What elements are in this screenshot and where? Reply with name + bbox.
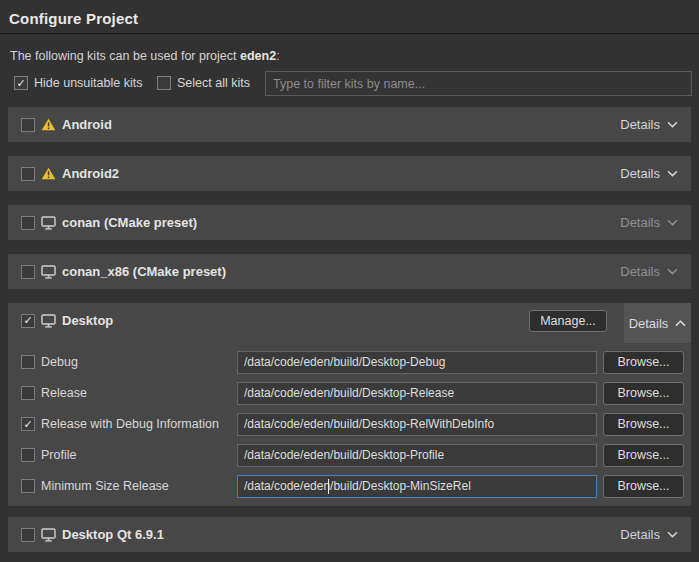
check-icon: ✓ — [23, 315, 32, 326]
kit-row-android[interactable]: ✓ Android Details — [8, 107, 691, 142]
details-button-disabled: Details — [620, 215, 678, 230]
config-checkbox[interactable]: ✓ — [21, 355, 35, 369]
page-title: Configure Project — [9, 10, 138, 27]
details-label: Details — [620, 527, 660, 542]
intro-text: The following kits can be used for proje… — [10, 49, 280, 63]
kit-row-desktop-qt[interactable]: ✓ Desktop Qt 6.9.1 Details — [8, 517, 691, 552]
intro-suffix: : — [276, 49, 279, 63]
config-row-profile: ✓ Profile Browse... — [8, 443, 691, 467]
chevron-down-icon — [667, 531, 678, 538]
details-label: Details — [620, 264, 660, 279]
browse-button[interactable]: Browse... — [603, 475, 684, 498]
kit-name: conan (CMake preset) — [62, 215, 197, 230]
monitor-icon — [41, 314, 56, 328]
kit-name: Desktop Qt 6.9.1 — [62, 527, 164, 542]
config-path-input[interactable] — [237, 444, 597, 467]
monitor-icon — [41, 528, 56, 542]
config-path-wrap — [237, 382, 597, 405]
kit-filter-input[interactable] — [265, 71, 692, 96]
warning-icon — [41, 118, 56, 131]
kit-panel-desktop: ✓ Desktop Manage... Details ✓ Debug Brow… — [8, 303, 691, 506]
config-path-input[interactable] — [237, 413, 597, 436]
select-all-kits-checkbox-group[interactable]: ✓ Select all kits — [157, 76, 250, 90]
details-button-expanded[interactable]: Details — [624, 303, 691, 343]
config-label: Minimum Size Release — [41, 479, 237, 493]
config-row-release: ✓ Release Browse... — [8, 381, 691, 405]
project-name: eden2 — [240, 49, 276, 63]
hide-unsuitable-kits-checkbox-group[interactable]: ✓ Hide unsuitable kits — [14, 76, 142, 90]
browse-button[interactable]: Browse... — [603, 351, 684, 374]
title-separator — [0, 33, 699, 34]
configure-project-page: { "page": { "title": "Configure Project"… — [0, 0, 699, 562]
browse-button[interactable]: Browse... — [603, 444, 684, 467]
monitor-icon — [41, 216, 56, 230]
browse-button[interactable]: Browse... — [603, 413, 684, 436]
check-icon: ✓ — [23, 419, 32, 430]
config-path-wrap — [237, 413, 597, 436]
kit-row-android2[interactable]: ✓ Android2 Details — [8, 156, 691, 191]
config-checkbox[interactable]: ✓ — [21, 448, 35, 462]
kit-checkbox[interactable]: ✓ — [21, 265, 35, 279]
kit-row-conan-x86[interactable]: ✓ conan_x86 (CMake preset) Details — [8, 254, 691, 289]
details-button[interactable]: Details — [620, 527, 678, 542]
kit-name: Android — [62, 117, 112, 132]
select-all-kits-label: Select all kits — [177, 76, 250, 90]
select-all-kits-checkbox[interactable]: ✓ — [157, 76, 171, 90]
kit-checkbox[interactable]: ✓ — [21, 528, 35, 542]
check-icon: ✓ — [16, 78, 25, 89]
config-label: Debug — [41, 355, 237, 369]
manage-kits-button[interactable]: Manage... — [529, 310, 607, 332]
kit-name: Android2 — [62, 166, 119, 181]
monitor-icon — [41, 265, 56, 279]
warning-icon — [41, 167, 56, 180]
config-row-minsizerel: ✓ Minimum Size Release Browse... — [8, 474, 691, 498]
chevron-down-icon — [667, 219, 678, 226]
config-checkbox[interactable]: ✓ — [21, 479, 35, 493]
config-label: Release — [41, 386, 237, 400]
details-button[interactable]: Details — [620, 166, 678, 181]
details-button[interactable]: Details — [620, 117, 678, 132]
config-path-input[interactable] — [237, 351, 597, 374]
hide-unsuitable-kits-label: Hide unsuitable kits — [34, 76, 142, 90]
config-checkbox[interactable]: ✓ — [21, 386, 35, 400]
chevron-down-icon — [667, 268, 678, 275]
text-caret — [328, 479, 329, 494]
kit-row-conan[interactable]: ✓ conan (CMake preset) Details — [8, 205, 691, 240]
kit-checkbox[interactable]: ✓ — [21, 314, 35, 328]
kit-name: conan_x86 (CMake preset) — [62, 264, 226, 279]
kit-name: Desktop — [62, 313, 113, 328]
chevron-down-icon — [667, 170, 678, 177]
details-label: Details — [620, 117, 660, 132]
config-label: Profile — [41, 448, 237, 462]
config-row-debug: ✓ Debug Browse... — [8, 350, 691, 374]
details-label: Details — [629, 316, 669, 331]
kit-row-desktop[interactable]: ✓ Desktop Manage... Details — [8, 303, 691, 338]
config-path-wrap — [237, 444, 597, 467]
browse-button[interactable]: Browse... — [603, 382, 684, 405]
config-path-wrap — [237, 351, 597, 374]
details-label: Details — [620, 166, 660, 181]
chevron-up-icon — [675, 320, 686, 327]
details-button-disabled: Details — [620, 264, 678, 279]
kit-checkbox[interactable]: ✓ — [21, 216, 35, 230]
details-label: Details — [620, 215, 660, 230]
config-path-input[interactable] — [237, 382, 597, 405]
intro-prefix: The following kits can be used for proje… — [10, 49, 240, 63]
config-path-input-focused[interactable] — [237, 475, 597, 498]
config-row-relwithdebinfo: ✓ Release with Debug Information Browse.… — [8, 412, 691, 436]
chevron-down-icon — [667, 121, 678, 128]
config-checkbox[interactable]: ✓ — [21, 417, 35, 431]
kit-checkbox[interactable]: ✓ — [21, 167, 35, 181]
hide-unsuitable-kits-checkbox[interactable]: ✓ — [14, 76, 28, 90]
kit-checkbox[interactable]: ✓ — [21, 118, 35, 132]
config-label: Release with Debug Information — [41, 417, 237, 431]
config-path-wrap — [237, 475, 597, 498]
